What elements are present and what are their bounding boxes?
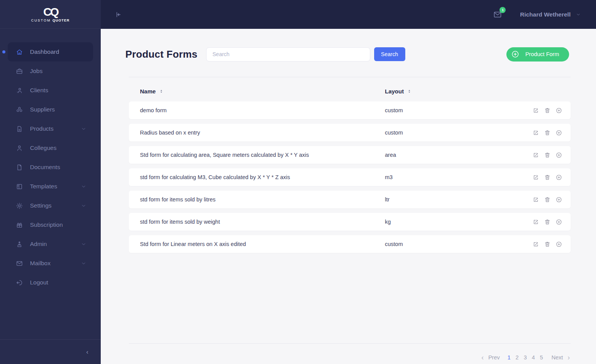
sidebar-item-documents[interactable]: Documents [8,158,93,177]
sort-icon[interactable] [159,89,163,93]
delete-icon[interactable] [544,174,551,181]
delete-icon[interactable] [544,130,551,136]
page-number-3[interactable]: 3 [524,354,527,361]
edit-icon[interactable] [533,130,539,136]
table-row[interactable]: Radius based on x entry custom [129,124,571,141]
sidebar-item-dashboard[interactable]: Dashboard [8,42,93,61]
sidebar-item-products[interactable]: Products [8,119,93,138]
edit-icon[interactable] [533,241,539,248]
column-header-name-label: Name [140,88,156,95]
row-name: std form for calculating M3, Cube calcul… [140,174,385,180]
sidebar-item-logout[interactable]: Logout [8,273,93,292]
admin-icon [16,241,23,248]
table-row[interactable]: std form for calculating M3, Cube calcul… [129,168,571,186]
next-chevron-icon[interactable]: › [568,354,570,361]
page-number-1[interactable]: 1 [508,354,511,361]
active-indicator-dot [2,50,5,53]
duplicate-icon[interactable] [556,107,562,114]
column-header-name[interactable]: Name [140,88,385,95]
table-row[interactable]: std form for items sold by weight kg [129,213,571,231]
sidebar-item-templates[interactable]: Templates [8,177,93,196]
page-number-2[interactable]: 2 [516,354,519,361]
table-body: demo form custom Radius based on x entry… [129,101,571,253]
sidebar-item-settings[interactable]: Settings [8,196,93,215]
table-header-row: Name Layout [129,77,571,101]
edit-icon[interactable] [533,174,539,181]
prev-chevron-icon[interactable]: ‹ [481,354,484,361]
user-chevron-down-icon[interactable] [576,12,581,17]
search-input[interactable] [206,47,370,61]
page-number-4[interactable]: 4 [532,354,535,361]
row-actions [525,219,562,225]
topbar-right: 1 Richard Wetherell [493,10,581,19]
prev-button[interactable]: Prev [488,354,500,361]
delete-icon[interactable] [544,196,551,203]
page-number-5[interactable]: 5 [540,354,543,361]
sidebar-nav: Dashboard Jobs Clients Suppliers Product… [0,29,101,339]
table-row[interactable]: std form for items sold by litres ltr [129,191,571,208]
brand-name-bold: QUOTER [52,18,70,22]
row-name: Std form for calculating area, Square me… [140,152,385,158]
duplicate-icon[interactable] [556,130,562,136]
sidebar-item-jobs[interactable]: Jobs [8,61,93,81]
document-icon [16,164,23,171]
sidebar-item-label: Clients [30,87,48,94]
edit-icon[interactable] [533,196,539,203]
brand-name-light: CUSTOM [31,18,52,22]
duplicate-icon[interactable] [556,219,562,225]
sort-icon[interactable] [407,89,411,93]
duplicate-icon[interactable] [556,196,562,203]
column-header-layout[interactable]: Layout [385,88,525,95]
cubes-icon [16,106,23,113]
search-button[interactable]: Search [374,47,405,61]
sidebar-item-mailbox[interactable]: Mailbox [8,254,93,273]
briefcase-icon [16,68,23,75]
chevron-down-icon [81,126,86,131]
row-name: std form for items sold by litres [140,196,385,203]
add-product-form-button[interactable]: Product Form [506,47,569,61]
row-name: std form for items sold by weight [140,219,385,225]
plus-circle-icon [511,50,519,58]
row-actions [525,152,562,158]
delete-icon[interactable] [544,107,551,114]
sidebar-item-clients[interactable]: Clients [8,81,93,100]
row-name: demo form [140,107,385,113]
delete-icon[interactable] [544,219,551,225]
sidebar-item-label: Collegues [30,145,57,151]
table-row[interactable]: Std form for calculating area, Square me… [129,146,571,164]
next-button[interactable]: Next [551,354,563,361]
edit-icon[interactable] [533,152,539,158]
row-layout: custom [385,130,525,136]
table-row[interactable]: Std form for Linear meters on X axis edi… [129,235,571,253]
sidebar-item-admin[interactable]: Admin [8,234,93,254]
duplicate-icon[interactable] [556,152,562,158]
table-row[interactable]: demo form custom [129,101,571,119]
sidebar-item-collegues[interactable]: Collegues [8,138,93,158]
template-icon [16,183,23,190]
page-numbers: 12345 [508,354,543,361]
chevron-down-icon [81,184,86,189]
user-menu[interactable]: Richard Wetherell [520,11,571,18]
delete-icon[interactable] [544,241,551,248]
sidebar-item-subscription[interactable]: Subscription [8,215,93,234]
edit-icon[interactable] [533,107,539,114]
sidebar-item-label: Settings [30,202,52,209]
sidebar-item-suppliers[interactable]: Suppliers [8,100,93,119]
row-actions [525,196,562,203]
sidebar-collapse-icon[interactable]: ‹ [86,349,88,355]
sidebar-item-label: Logout [30,279,48,286]
person-icon [16,145,23,152]
product-icon [16,125,23,133]
pagination: ‹ Prev 12345 Next › [129,343,571,364]
row-actions [525,174,562,181]
logout-icon [16,279,23,286]
mailbox-icon[interactable]: 1 [493,10,502,19]
gift-icon [16,221,23,229]
collapse-sidebar-icon[interactable] [115,11,122,18]
edit-icon[interactable] [533,219,539,225]
row-actions [525,241,562,248]
delete-icon[interactable] [544,152,551,158]
duplicate-icon[interactable] [556,241,562,248]
duplicate-icon[interactable] [556,174,562,181]
clients-icon [16,87,23,94]
